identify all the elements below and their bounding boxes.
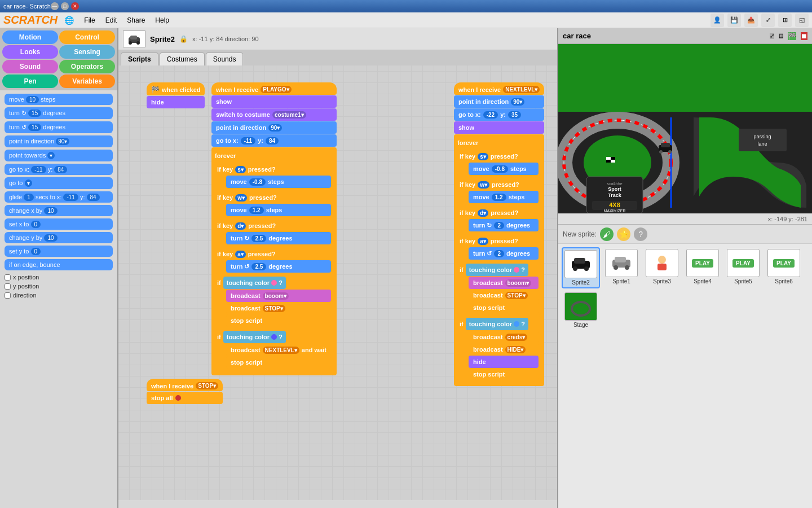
block-goto[interactable]: go to ▾ <box>5 177 113 189</box>
block-stop-script-3[interactable]: stop script <box>469 301 539 314</box>
block-x-position[interactable]: x position <box>5 273 113 282</box>
stage-green-flag[interactable]: 🏁 <box>788 32 796 40</box>
block-edge-bounce[interactable]: if on edge, bounce <box>5 259 113 270</box>
block-broadcast-booom1[interactable]: broadcast booom▾ <box>226 290 331 302</box>
block-point-towards[interactable]: point towards ▾ <box>5 150 113 161</box>
block-point-direction[interactable]: point in direction 90▾ <box>5 135 113 147</box>
block-when-clicked[interactable]: 🏁 when clicked <box>147 82 205 95</box>
tab-costumes[interactable]: Costumes <box>160 52 205 65</box>
block-move-steps[interactable]: move 10 steps <box>5 94 113 105</box>
new-sprite-paint-btn[interactable]: 🖌 <box>600 227 614 241</box>
menu-edit[interactable]: Edit <box>101 15 122 26</box>
svg-point-2 <box>129 41 132 45</box>
minimize-button[interactable]: — <box>51 2 59 10</box>
block-change-y[interactable]: change y by 10 <box>5 232 113 243</box>
sprite4-label: Sprite4 <box>694 278 712 284</box>
block-hide[interactable]: hide <box>147 96 205 108</box>
block-receive-nextlevl[interactable]: when I receive NEXTLEVL▾ <box>454 82 544 95</box>
sprite-card-stage[interactable]: Stage <box>562 291 600 330</box>
block-turn-cw-25[interactable]: turn ↻ 2.5 degrees <box>226 232 331 244</box>
block-broadcast-stop1[interactable]: broadcast STOP▾ <box>226 302 331 314</box>
cat-sensing[interactable]: Sensing <box>59 45 115 59</box>
block-y-position[interactable]: y position <box>5 282 113 291</box>
script-group-nextlevl: when I receive NEXTLEVL▾ point in direct… <box>454 82 544 386</box>
block-turn-cw[interactable]: turn ↻ 15 degrees <box>5 107 113 119</box>
block-change-x[interactable]: change x by 10 <box>5 205 113 216</box>
block-turn-cw-2-2[interactable]: turn ↻ 2 degrees <box>469 219 539 231</box>
block-broadcast-hide[interactable]: broadcast HIDE▾ <box>469 343 539 356</box>
block-move-neg08[interactable]: move -0.8 steps <box>226 176 331 188</box>
block-set-y[interactable]: set y to 0 <box>5 246 113 257</box>
cat-looks[interactable]: Looks <box>2 45 58 59</box>
block-stop-script2[interactable]: stop script <box>226 356 331 369</box>
block-hide-2[interactable]: hide <box>469 356 539 368</box>
tab-scripts[interactable]: Scripts <box>121 52 158 65</box>
sprite-card-sprite5[interactable]: PLAY Sprite5 <box>724 247 762 288</box>
titlebar: car race- Scratch — □ ✕ <box>0 0 812 12</box>
block-point-dir-90[interactable]: point in direction 90▾ <box>211 121 337 134</box>
language-icon[interactable]: 🌐 <box>64 16 74 25</box>
block-goto-neg22[interactable]: go to x: -22 y: 35 <box>454 108 544 121</box>
block-set-x[interactable]: set x to 0 <box>5 218 113 230</box>
block-turn-ccw[interactable]: turn ↺ 15 degrees <box>5 121 113 133</box>
maximize-button[interactable]: □ <box>61 2 69 10</box>
block-point-dir-90-2[interactable]: point in direction 90▾ <box>454 95 544 108</box>
block-stop-script1[interactable]: stop script <box>226 314 331 327</box>
menu-help[interactable]: Help <box>151 15 174 26</box>
cat-operators[interactable]: Operators <box>59 60 115 73</box>
block-turn-ccw-25[interactable]: turn ↺ 2.5 degrees <box>226 260 331 273</box>
sprite-card-sprite2[interactable]: Sprite2 <box>562 247 600 288</box>
new-sprite-file-btn[interactable]: ? <box>634 227 647 241</box>
stage-expand-btn[interactable]: ⤢ <box>770 33 774 39</box>
block-move-12[interactable]: move 1.2 steps <box>226 204 331 216</box>
block-show[interactable]: show <box>211 95 337 108</box>
block-switch-costume[interactable]: switch to costume costume1▾ <box>211 108 337 121</box>
svg-point-29 <box>668 150 672 154</box>
new-sprite-label: New sprite: <box>563 230 597 238</box>
block-stop-script-4[interactable]: stop script <box>469 368 539 380</box>
block-forever[interactable]: forever if key s▾ pressed? move -0.8 ste… <box>211 147 337 375</box>
block-move-neg08-2[interactable]: move -0.8 steps <box>469 163 539 175</box>
upload-icon[interactable]: 📤 <box>744 14 758 27</box>
sprite-card-sprite3[interactable]: Sprite3 <box>643 247 681 288</box>
svg-rect-23 <box>739 129 787 151</box>
fullscreen-icon[interactable]: ⤢ <box>761 14 775 27</box>
expand-icon[interactable]: ⊞ <box>778 14 792 27</box>
sprite-card-sprite1[interactable]: Sprite1 <box>602 247 641 288</box>
block-broadcast-creds[interactable]: broadcast creds▾ <box>469 331 539 343</box>
cat-control[interactable]: Control <box>59 30 115 44</box>
block-broadcast-nextlevl1[interactable]: broadcast NEXTLEVL▾ and wait <box>226 344 331 356</box>
sprite-card-sprite4[interactable]: PLAY Sprite4 <box>683 247 722 288</box>
stage-stop-btn[interactable]: ⏹ <box>801 32 807 40</box>
menu-share[interactable]: Share <box>122 15 149 26</box>
save-icon[interactable]: 💾 <box>727 14 741 27</box>
tab-sounds[interactable]: Sounds <box>206 52 244 65</box>
stage-shrink-btn[interactable]: ⊡ <box>779 33 783 39</box>
block-direction-check[interactable]: direction <box>5 291 113 300</box>
block-receive-playgo[interactable]: when I receive PLAYGO▾ <box>211 82 337 95</box>
block-goto-start[interactable]: go to x: -11 y: 84 <box>211 134 337 147</box>
block-move-12-2[interactable]: move 1.2 steps <box>469 191 539 203</box>
block-broadcast-booom-2[interactable]: broadcast booom▾ <box>469 277 539 289</box>
block-goto-xy[interactable]: go to x: -11 y: 84 <box>5 164 113 175</box>
menu-file[interactable]: File <box>80 15 99 26</box>
if-d-pressed: if key d▾ pressed? turn ↻ 2.5 degrees <box>215 218 333 246</box>
close-button[interactable]: ✕ <box>71 2 79 10</box>
block-stop-all[interactable]: stop all <box>147 392 223 404</box>
block-forever-2[interactable]: forever if key s▾ pressed? move -0.8 ste… <box>454 134 544 386</box>
sprite-card-sprite6[interactable]: PLAY Sprite6 <box>765 247 803 288</box>
block-glide[interactable]: glide 1 secs to x: -11 y: 84 <box>5 191 113 203</box>
cat-sound[interactable]: Sound <box>2 60 58 73</box>
cat-pen[interactable]: Pen <box>2 75 58 88</box>
user-icon[interactable]: 👤 <box>710 14 724 27</box>
collapse-icon[interactable]: ◱ <box>795 14 809 27</box>
new-sprite-surprise-btn[interactable]: ⭐ <box>617 227 630 241</box>
block-receive-stop[interactable]: when I receive STOP▾ <box>147 379 223 391</box>
cat-motion[interactable]: Motion <box>2 30 58 44</box>
cat-variables[interactable]: Variables <box>59 75 115 88</box>
block-broadcast-stop-2[interactable]: broadcast STOP▾ <box>469 289 539 301</box>
block-turn-ccw-2-2[interactable]: turn ↺ 2 degrees <box>469 247 539 260</box>
sprite3-label: Sprite3 <box>653 278 671 284</box>
scripts-canvas[interactable]: 🏁 when clicked hide when I receive PLAYG… <box>118 65 557 500</box>
block-show-2[interactable]: show <box>454 121 544 134</box>
